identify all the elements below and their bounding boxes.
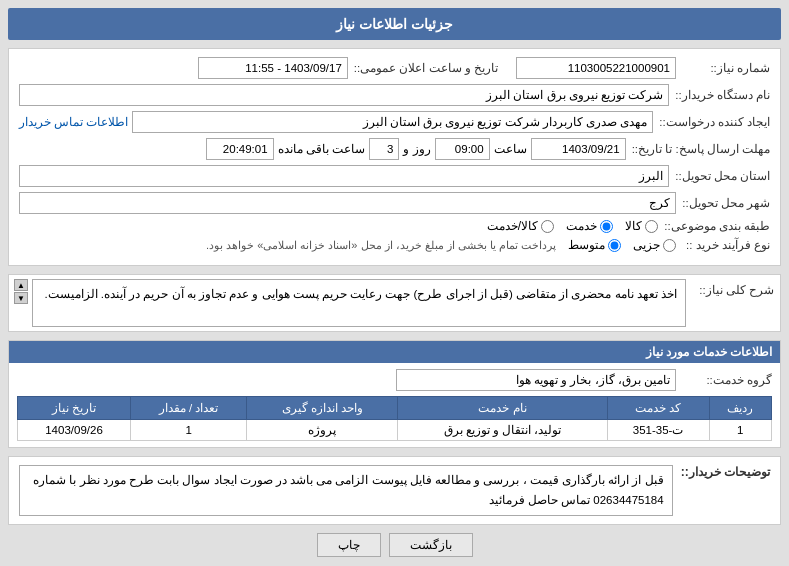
deadline-time-input[interactable] [435,138,490,160]
deadline-remaining-label: ساعت باقی مانده [278,142,366,156]
cell-row: 1 [709,420,771,441]
purchase-type-radio-group: جزیی متوسط [568,238,676,252]
category-radio-group: کالا خدمت کالا/خدمت [487,219,658,233]
deadline-date-input[interactable] [531,138,626,160]
scroll-up-btn[interactable]: ▲ [14,279,28,291]
purchase-type-label: نوع فرآیند خرید : [680,238,770,252]
category-radio-kala[interactable] [645,220,658,233]
category-label-kala-khedmat: کالا/خدمت [487,219,538,233]
city-input[interactable] [19,192,676,214]
group-label: گروه خدمت: [682,373,772,387]
cell-date: 1403/09/26 [18,420,131,441]
category-label-kala: کالا [625,219,642,233]
col-date: تاریخ نیاز [18,397,131,420]
col-unit: واحد اندازه گیری [247,397,398,420]
buyer-input[interactable] [19,84,669,106]
group-input[interactable] [396,369,676,391]
category-radio-kala-khedmat[interactable] [541,220,554,233]
back-button[interactable]: بازگشت [389,533,473,557]
purchase-label-jozi: جزیی [633,238,660,252]
deadline-day-input[interactable] [369,138,399,160]
cell-unit: پروژه [247,420,398,441]
col-code: کد خدمت [607,397,709,420]
notes-label: توضیحات خریدار: [679,465,770,516]
services-table: ردیف کد خدمت نام خدمت واحد اندازه گیری ت… [17,396,772,441]
date-input[interactable] [198,57,348,79]
description-text: اخذ تعهد نامه محضری از متقاضی (قبل از اج… [44,288,677,300]
services-header: اطلاعات خدمات مورد نیاز [9,341,780,363]
category-option-kala-khedmat[interactable]: کالا/خدمت [487,219,554,233]
creator-label: ایجاد کننده درخواست: [657,115,770,129]
table-row: 1 ت-35-351 تولید، انتقال و توزیع برق پرو… [18,420,772,441]
province-label: استان محل تحویل: [673,169,770,183]
purchase-option-jozi[interactable]: جزیی [633,238,676,252]
col-row: ردیف [709,397,771,420]
notes-text: قبل از ارائه بارگذاری قیمت ، بررسی و مطا… [19,465,673,516]
purchase-radio-motavset[interactable] [608,239,621,252]
city-label: شهر محل تحویل: [680,196,770,210]
contact-link[interactable]: اطلاعات تماس خریدار [19,115,128,129]
page-title: جزئیات اطلاعات نیاز [8,8,781,40]
category-label: طبقه بندی موضوعی: [662,219,770,233]
description-label: شرح کلی نیاز: [697,284,774,296]
creator-input[interactable] [132,111,653,133]
purchase-note: پرداخت تمام یا بخشی از مبلغ خرید، از محل… [206,239,556,252]
col-name: نام خدمت [398,397,607,420]
button-row: بازگشت چاپ [8,533,781,557]
print-button[interactable]: چاپ [317,533,381,557]
category-option-khedmat[interactable]: خدمت [566,219,613,233]
category-radio-khedmat[interactable] [600,220,613,233]
deadline-day-label: روز و [403,142,430,156]
cell-code: ت-35-351 [607,420,709,441]
province-input[interactable] [19,165,669,187]
cell-name: تولید، انتقال و توزیع برق [398,420,607,441]
date-label: تاریخ و ساعت اعلان عمومی: [352,61,498,75]
deadline-remaining-input[interactable] [206,138,274,160]
purchase-radio-jozi[interactable] [663,239,676,252]
deadline-time-label: ساعت [494,142,527,156]
need-number-label: شماره نیاز: [680,61,770,75]
purchase-label-motavset: متوسط [568,238,605,252]
buyer-label: نام دستگاه خریدار: [673,88,770,102]
scroll-down-btn[interactable]: ▼ [14,292,28,304]
deadline-label: مهلت ارسال پاسخ: تا تاریخ: [630,142,770,156]
col-qty: تعداد / مقدار [131,397,247,420]
category-label-khedmat: خدمت [566,219,597,233]
category-option-kala[interactable]: کالا [625,219,658,233]
need-number-input[interactable] [516,57,676,79]
cell-qty: 1 [131,420,247,441]
purchase-option-motavset[interactable]: متوسط [568,238,621,252]
